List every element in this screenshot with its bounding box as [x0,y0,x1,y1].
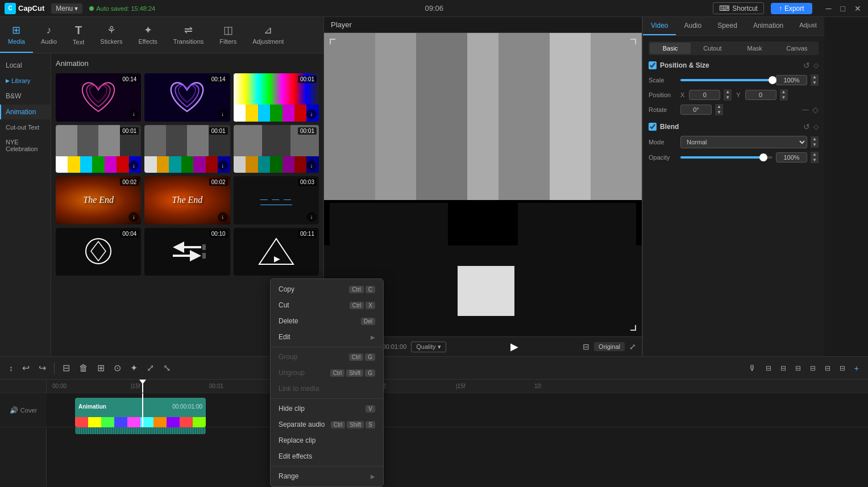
prop-tab-animation[interactable]: Animation [745,17,791,35]
ctx-hide-clip[interactable]: Hide clip V [271,401,383,417]
maximize-button[interactable]: □ [838,4,848,13]
rotate-down[interactable]: ▼ [715,110,723,115]
tl-redo-button[interactable]: ↪ [35,361,49,374]
ctx-cut[interactable]: Cut Ctrl X [271,297,383,313]
media-thumb-10[interactable]: 00:10 [144,228,230,276]
media-thumb-4[interactable]: 00:01 ↓ [144,125,230,173]
tab-filters[interactable]: ◫ Filters [211,17,244,53]
opacity-input[interactable] [776,152,807,163]
sidebar-item-cutout[interactable]: Cut-out Text [0,120,51,134]
tl-play-button[interactable]: ⊙ [110,361,124,374]
tl-select-tool[interactable]: ↕ [6,363,16,374]
media-thumb-6[interactable]: The End 00:02 ↓ [56,176,141,224]
sidebar-item-nye[interactable]: NYE Celebration [0,135,51,156]
ctx-edit-effects[interactable]: Edit effects [271,448,383,464]
tl-crop-button[interactable]: ⤢ [143,361,157,374]
tl-snap-button[interactable]: ⊟ [762,363,775,373]
tl-mic-button[interactable]: 🎙 [745,363,760,374]
sidebar-item-bw[interactable]: B&W [0,89,51,103]
opacity-slider[interactable] [680,156,773,159]
sub-tab-cutout[interactable]: Cutout [692,43,733,54]
thumb-2-download[interactable]: ↓ [306,109,317,119]
tl-align-button[interactable]: ⊟ [777,363,790,373]
tl-add-button[interactable]: + [851,363,862,374]
x-up[interactable]: ▲ [724,89,732,95]
scale-up[interactable]: ▲ [811,74,819,80]
tl-delete-button[interactable]: 🗑 [76,362,92,374]
media-thumb-5[interactable]: 00:01 ↓ [234,125,319,173]
scale-slider[interactable] [680,79,773,81]
thumb-7-download[interactable]: ↓ [218,212,228,222]
tab-audio[interactable]: ♪ Audio [33,17,65,53]
blend-anchor[interactable]: ◇ [813,122,819,131]
position-x-input[interactable] [689,90,720,100]
media-thumb-0[interactable]: 00:14 ↓ [56,73,141,122]
menu-button[interactable]: Menu ▾ [51,3,82,14]
rotate-anchor[interactable]: — [802,106,809,114]
blend-mode-up[interactable]: ▲ [811,136,819,142]
prop-tab-adjust[interactable]: Adjust [791,17,824,35]
blend-mode-down[interactable]: ▼ [811,142,819,148]
position-size-reset[interactable]: ↺ [803,61,810,70]
tl-zoom-out[interactable]: ⊟ [807,363,819,373]
tab-media[interactable]: ⊞ Media [0,17,33,53]
prop-tab-audio[interactable]: Audio [676,17,709,35]
ctx-delete[interactable]: Delete Del [271,313,383,329]
thumb-8-download[interactable]: ↓ [306,212,317,222]
tab-transitions[interactable]: ⇌ Transitions [165,17,211,53]
sub-tab-basic[interactable]: Basic [650,43,691,54]
tl-zoom-in[interactable]: ⊟ [821,363,834,373]
thumb-4-download[interactable]: ↓ [218,160,228,170]
rotate-input[interactable] [680,105,712,115]
opacity-up[interactable]: ▲ [811,152,819,157]
ctx-replace-clip[interactable]: Replace clip [271,432,383,448]
ctx-edit[interactable]: Edit ▶ [271,329,383,345]
y-up[interactable]: ▲ [780,89,788,95]
tl-fit-button[interactable]: ⊟ [792,363,804,373]
tab-adjustment[interactable]: ⊿ Adjustment [244,17,292,53]
blend-checkbox[interactable] [649,123,657,131]
media-thumb-11[interactable]: ▶ 00:11 [234,228,319,276]
position-size-anchor[interactable]: ◇ [813,61,819,70]
scale-input[interactable] [776,75,807,85]
media-thumb-9[interactable]: 00:04 [56,228,141,276]
tab-effects[interactable]: ✦ Effects [130,17,165,53]
thumb-0-download[interactable]: ↓ [128,109,139,119]
quality-button[interactable]: Quality ▾ [411,342,446,352]
media-thumb-7[interactable]: The End 00:02 ↓ [144,176,230,224]
ctx-separate-audio[interactable]: Separate audio Ctrl Shift S [271,417,383,432]
media-thumb-3[interactable]: 00:01 ↓ [56,125,141,173]
scale-down[interactable]: ▼ [811,80,819,86]
media-thumb-1[interactable]: 00:14 ↓ [144,73,230,122]
tl-effects-button[interactable]: ✦ [127,361,141,374]
y-down[interactable]: ▼ [780,95,788,101]
timeline-clip[interactable]: Animatiun 00:00:01:00 [75,398,206,423]
original-button[interactable]: Original [594,342,625,351]
sub-tab-mask[interactable]: Mask [734,43,775,54]
ctx-copy[interactable]: Copy Ctrl C [271,281,383,297]
sidebar-item-local[interactable]: Local [0,58,51,73]
thumb-5-download[interactable]: ↓ [306,160,317,170]
close-button[interactable]: ✕ [852,4,863,13]
rotate-reset[interactable]: ◇ [812,105,819,114]
x-down[interactable]: ▼ [724,95,732,101]
blend-mode-select[interactable]: Normal Multiply Screen Overlay [680,136,807,148]
track-mute-icon[interactable]: 🔊 [10,406,18,414]
thumb-6-download[interactable]: ↓ [128,212,139,222]
thumb-1-download[interactable]: ↓ [218,109,228,119]
export-button[interactable]: ↑ Export [771,3,812,14]
position-y-input[interactable] [745,90,776,100]
sidebar-item-library[interactable]: ▶ Library [0,74,51,88]
tl-duplicate-button[interactable]: ⊞ [94,361,108,374]
tl-more-right[interactable]: ⊟ [836,363,849,373]
tl-undo-button[interactable]: ↩ [19,361,33,374]
shortcut-button[interactable]: ⌨ Shortcut [713,2,764,14]
timeline-scroll-area[interactable]: 00:00 |15f 00:01 |15f 00:02 |15f 10: Ani… [47,380,868,487]
aspect-ratio-button[interactable]: ⊟ [583,342,589,351]
prop-tab-video[interactable]: Video [643,17,676,35]
opacity-down[interactable]: ▼ [811,157,819,163]
minimize-button[interactable]: ─ [824,4,834,13]
fullscreen-button[interactable]: ⤢ [629,342,636,351]
sub-tab-canvas[interactable]: Canvas [776,43,817,54]
media-thumb-8[interactable]: — — — 00:03 ↓ [234,176,319,224]
